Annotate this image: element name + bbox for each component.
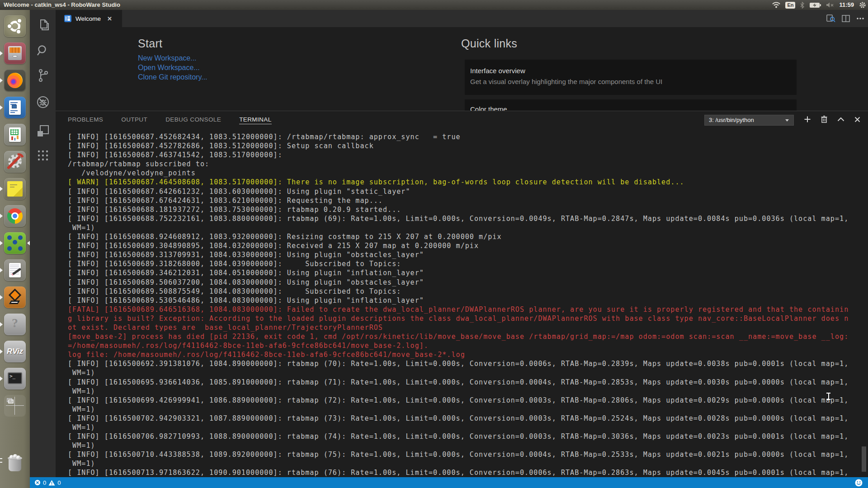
activity-item-debug[interactable] [30, 91, 56, 113]
maximize-panel-icon[interactable] [837, 117, 844, 122]
terminal-line: [ INFO] [1616500695.936614036, 1085.8910… [68, 378, 849, 387]
terminal-line: g library is built? Exception: According… [68, 314, 849, 323]
dock-item-text-editor[interactable] [4, 259, 26, 281]
battery-icon[interactable] [809, 2, 821, 8]
error-count: 0 [43, 479, 46, 486]
terminal-select[interactable]: 3: /usr/bin/python [704, 115, 794, 126]
activity-item-more-grid[interactable] [30, 145, 56, 166]
session-gear-icon[interactable] [859, 1, 866, 9]
activity-item-explorer[interactable] [30, 14, 56, 36]
terminal-line: WM=1) [68, 459, 849, 468]
quick-link-color-theme[interactable]: Color theme [465, 99, 797, 111]
terminal-scrollbar[interactable] [862, 446, 866, 472]
terminal-line: /rtabmap/rtabmap subscribed to: [68, 160, 849, 169]
dock-item-libreoffice-calc[interactable] [4, 124, 26, 145]
dock-item-firefox[interactable] [4, 70, 26, 91]
terminal-line: [ INFO] [1616500689.304890895, 1084.0320… [68, 241, 849, 250]
problems-status[interactable]: 0 0 [34, 477, 61, 488]
running-indicator [0, 187, 3, 191]
window-titlebar[interactable]: Welcome - catkin_ws4 - RoboWare Studio E… [0, 0, 868, 10]
system-tray: En 11:59 [772, 0, 866, 10]
terminal-select-value: 3: /usr/bin/python [709, 117, 754, 123]
terminal-line: [ INFO] [1616500687.676424631, 1083.6210… [68, 196, 849, 205]
volume-muted-icon[interactable] [826, 2, 834, 8]
panel-tab-debug-console[interactable]: DEBUG CONSOLE [165, 116, 221, 123]
activity-bar [30, 10, 56, 477]
tab-close-icon[interactable]: ✕ [107, 15, 112, 22]
terminal-line: [ INFO] [1616500687.452682434, 1083.5120… [68, 132, 849, 141]
split-editor-icon[interactable] [842, 15, 850, 22]
trash-window-pip [0, 458, 2, 459]
editor-tabstrip: Welcome ✕ [56, 10, 868, 27]
running-indicator [0, 51, 3, 56]
panel-tab-problems[interactable]: PROBLEMS [68, 116, 103, 123]
kill-terminal-icon[interactable] [821, 116, 827, 123]
terminal-line: [ INFO] [1616500689.508875549, 1084.0830… [68, 287, 849, 296]
running-indicator [0, 295, 3, 300]
clock[interactable]: 11:59 [839, 0, 854, 10]
tab-welcome[interactable]: Welcome ✕ [56, 10, 122, 27]
error-icon [34, 479, 41, 486]
dock-item-file-manager[interactable] [4, 42, 26, 64]
dock-item-chrome[interactable] [4, 205, 26, 227]
trash-window-pip [0, 462, 2, 463]
dock-item-terminal-app[interactable]: >_ [4, 368, 26, 389]
terminal-line: [ INFO] [1616500692.391381076, 1084.8900… [68, 359, 849, 368]
panel-tab-terminal[interactable]: TERMINAL [239, 116, 271, 124]
terminal-output[interactable]: [ INFO] [1616500687.452682434, 1083.5120… [68, 132, 849, 478]
dock-item-libreoffice-writer[interactable] [4, 97, 26, 118]
wifi-icon[interactable] [772, 2, 780, 8]
bluetooth-icon[interactable] [800, 2, 804, 9]
dock-item-workspace-switcher[interactable] [4, 395, 26, 417]
feedback-smiley[interactable] [855, 477, 863, 488]
welcome-tab-icon [64, 15, 71, 22]
chevron-down-icon [785, 119, 789, 122]
dock-item-trash[interactable] [4, 453, 26, 475]
window-title: Welcome - catkin_ws4 - RoboWare Studio [4, 1, 120, 8]
keyboard-layout-indicator[interactable]: En [785, 2, 795, 9]
terminal-line: =/home/masoumeh/.ros/log/f4116462-8bce-1… [68, 341, 849, 350]
start-link-open-workspace[interactable]: Open Workspace... [138, 63, 208, 72]
terminal-line: [move_base-2] process has died [pid 2213… [68, 332, 849, 341]
mouse-ibeam-cursor [826, 393, 830, 400]
dock-item-ros-network[interactable] [4, 232, 26, 254]
activity-item-search[interactable] [30, 40, 56, 61]
warning-count: 0 [57, 479, 61, 486]
dock-item-gazebo[interactable] [4, 286, 26, 308]
start-link-clone-git-repository[interactable]: Clone Git repository... [138, 72, 208, 82]
panel-tabs: PROBLEMSOUTPUTDEBUG CONSOLETERMINAL [68, 111, 272, 127]
terminal-line: [ INFO] [1616500710.443388538, 1089.8920… [68, 450, 849, 459]
quick-link-interface-overview[interactable]: Interface overview Get a visual overlay … [465, 60, 797, 95]
running-indicator [0, 214, 3, 218]
dock-item-sticky-notes[interactable] [4, 178, 26, 200]
status-bar: 0 0 [30, 477, 868, 488]
roboware-studio-window: Welcome - catkin_ws4 - RoboWare Studio E… [0, 0, 868, 488]
terminal-line: [ INFO] [1616500702.942903321, 1087.8890… [68, 414, 849, 423]
activity-item-extensions[interactable] [30, 120, 56, 142]
terminal-line: [ INFO] [1616500687.463741542, 1083.5170… [68, 150, 849, 160]
open-preview-icon[interactable] [826, 14, 835, 23]
terminal-line: [ INFO] [1616500713.971863622, 1090.9010… [68, 468, 849, 477]
editor-toolbar [826, 10, 864, 27]
new-terminal-icon[interactable] [804, 116, 811, 123]
terminal-line: WM=1) [68, 387, 849, 396]
activity-item-git[interactable] [30, 65, 56, 86]
warning-icon [48, 480, 55, 486]
panel-actions [804, 111, 860, 127]
dock-item-system-settings[interactable] [4, 151, 26, 173]
terminal-line: WM=1) [68, 405, 849, 414]
terminal-line: WM=1) [68, 368, 849, 377]
running-indicator [0, 376, 3, 381]
start-link-new-workspace[interactable]: New Workspace... [138, 53, 208, 63]
dock-item-help[interactable]: ? [4, 314, 26, 335]
terminal-line: [FATAL] [1616500689.646516368, 1084.0830… [68, 305, 849, 314]
close-panel-icon[interactable] [854, 117, 860, 122]
card-title: Interface overview [470, 67, 525, 75]
panel-tab-output[interactable]: OUTPUT [121, 116, 147, 123]
dock-item-ubuntu-dash[interactable] [4, 15, 26, 37]
dock-item-rviz[interactable]: RViz [4, 341, 26, 362]
running-indicator [0, 349, 3, 354]
welcome-page: Start New Workspace...Open Workspace...C… [56, 27, 868, 111]
start-heading: Start [138, 37, 162, 50]
more-actions-icon[interactable] [856, 17, 864, 20]
